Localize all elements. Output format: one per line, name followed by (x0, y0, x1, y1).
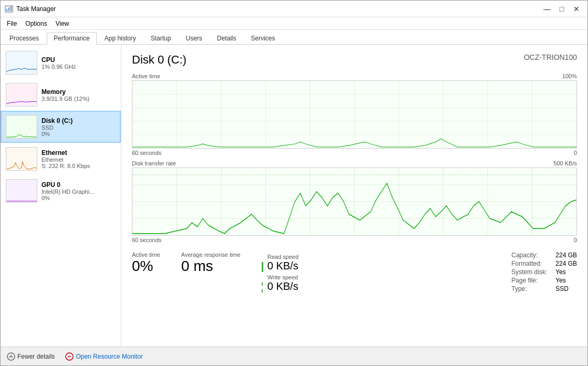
menu-file[interactable]: File (3, 19, 21, 28)
cpu-thumbnail (6, 51, 37, 75)
maximize-button[interactable]: □ (555, 4, 569, 14)
menu-options[interactable]: Options (21, 19, 51, 28)
svg-rect-2 (8, 7, 9, 11)
svg-rect-3 (11, 6, 12, 11)
tab-performance[interactable]: Performance (47, 32, 97, 45)
disk-info: Disk 0 (C:) SSD 0% (42, 117, 116, 137)
sidebar-item-memory[interactable]: Memory 3.9/31.9 GB (12%) (1, 79, 121, 111)
open-resource-monitor-button[interactable]: Open Resource Monitor (65, 352, 142, 361)
title-bar-left: Task Manager (5, 5, 56, 13)
speed-stats: Read speed 0 KB/s Write speed 0 KB/s (262, 254, 298, 292)
active-time-footer: 60 seconds 0 (132, 150, 577, 156)
fewer-details-label: Fewer details (17, 353, 55, 360)
fewer-details-button[interactable]: Fewer details (7, 352, 55, 361)
gpu-info: GPU 0 Intel(R) HD Graphi... 0% (42, 181, 116, 201)
read-speed-label: Read speed (267, 254, 298, 260)
sidebar-item-gpu[interactable]: GPU 0 Intel(R) HD Graphi... 0% (1, 175, 121, 207)
close-button[interactable]: ✕ (570, 4, 583, 14)
ethernet-thumbnail (6, 147, 37, 171)
transfer-rate-footer: 60 seconds 0 (132, 237, 577, 243)
page-file-value: Yes (555, 277, 577, 284)
tab-app-history[interactable]: App history (98, 32, 143, 44)
disk-sub2: 0% (42, 131, 116, 137)
gpu-thumbnail (6, 179, 37, 203)
menu-view[interactable]: View (51, 19, 74, 28)
tab-services[interactable]: Services (244, 32, 282, 44)
active-time-section: Active time 100% (132, 73, 577, 156)
active-time-stat-value: 0% (132, 258, 160, 275)
disk-info-grid: Capacity: 224 GB Formatted: 224 GB Syste… (511, 252, 577, 292)
sidebar-item-ethernet[interactable]: Ethernet Ethernet S: 232 R: 8.0 Kbps (1, 143, 121, 175)
read-speed-group: Read speed 0 KB/s (262, 254, 298, 272)
gpu-title: GPU 0 (42, 181, 116, 189)
memory-title: Memory (42, 88, 116, 96)
transfer-rate-header: Disk transfer rate 500 KB/s (132, 160, 577, 166)
app-icon (5, 5, 13, 13)
transfer-seconds: 60 seconds (132, 237, 161, 243)
active-time-label: Active time (132, 73, 160, 79)
active-time-seconds: 60 seconds (132, 150, 161, 156)
type-value: SSD (555, 285, 577, 292)
sidebar-item-disk[interactable]: Disk 0 (C:) SSD 0% (1, 111, 121, 143)
content-area: CPU 1% 0.96 GHz Memory 3.9/31.9 GB (12%) (1, 45, 587, 347)
sidebar-item-cpu[interactable]: CPU 1% 0.96 GHz (1, 47, 121, 79)
cpu-title: CPU (42, 56, 116, 64)
main-panel: Disk 0 (C:) OCZ-TRION100 Active time 100… (121, 45, 587, 347)
write-speed-bar (262, 283, 263, 292)
page-file-label: Page file: (511, 277, 547, 284)
active-time-stat-label: Active time (132, 252, 160, 258)
tab-startup[interactable]: Startup (144, 32, 178, 44)
read-speed-info: Read speed 0 KB/s (267, 254, 298, 272)
active-time-zero: 0 (574, 150, 577, 156)
avg-response-label: Average response time (181, 252, 241, 258)
svg-point-37 (7, 353, 15, 360)
svg-rect-6 (6, 116, 36, 138)
window-title: Task Manager (16, 5, 56, 13)
tab-bar: Processes Performance App history Startu… (1, 30, 587, 45)
stats-section: Active time 0% Average response time 0 m… (132, 252, 577, 292)
chevron-up-icon (7, 352, 15, 361)
avg-response-stat: Average response time 0 ms (181, 252, 241, 292)
gpu-sub2: 0% (42, 195, 116, 201)
minimize-button[interactable]: — (540, 4, 554, 14)
system-disk-label: System disk: (511, 268, 547, 276)
svg-rect-1 (6, 9, 7, 11)
write-speed-value: 0 KB/s (267, 280, 298, 292)
active-time-stat: Active time 0% (132, 252, 160, 292)
bottom-bar: Fewer details Open Resource Monitor (1, 347, 587, 365)
title-bar-controls: — □ ✕ (540, 4, 583, 14)
memory-sub: 3.9/31.9 GB (12%) (42, 96, 116, 102)
disk-title: Disk 0 (C:) (42, 117, 116, 124)
cpu-sub: 1% 0.96 GHz (42, 64, 116, 70)
capacity-value: 224 GB (555, 252, 577, 259)
ethernet-sub2: S: 232 R: 8.0 Kbps (42, 163, 116, 169)
transfer-rate-max: 500 KB/s (553, 160, 577, 166)
active-time-header: Active time 100% (132, 73, 577, 79)
ethernet-title: Ethernet (42, 149, 116, 156)
disk-main-title: Disk 0 (C:) (132, 53, 187, 67)
formatted-value: 224 GB (555, 260, 577, 267)
active-time-graph (132, 80, 577, 149)
memory-thumbnail (6, 83, 37, 107)
tab-users[interactable]: Users (179, 32, 209, 44)
disk-thumbnail (6, 115, 37, 139)
svg-rect-8 (6, 180, 36, 202)
tab-processes[interactable]: Processes (3, 32, 46, 44)
tab-details[interactable]: Details (210, 32, 243, 44)
read-speed-bar (262, 262, 263, 272)
active-time-max: 100% (562, 73, 577, 79)
disk-sub1: SSD (42, 124, 116, 131)
device-name: OCZ-TRION100 (524, 53, 577, 61)
ethernet-sub1: Ethernet (42, 156, 116, 163)
memory-info: Memory 3.9/31.9 GB (12%) (42, 88, 116, 102)
write-speed-group: Write speed 0 KB/s (262, 274, 298, 292)
avg-response-value: 0 ms (181, 258, 241, 275)
write-speed-info: Write speed 0 KB/s (267, 274, 298, 292)
formatted-label: Formatted: (511, 260, 547, 267)
sidebar: CPU 1% 0.96 GHz Memory 3.9/31.9 GB (12%) (1, 45, 121, 347)
transfer-rate-label: Disk transfer rate (132, 160, 176, 166)
type-label: Type: (511, 285, 547, 292)
svg-rect-4 (6, 51, 36, 74)
main-header: Disk 0 (C:) OCZ-TRION100 (132, 53, 577, 67)
monitor-icon (65, 352, 74, 361)
